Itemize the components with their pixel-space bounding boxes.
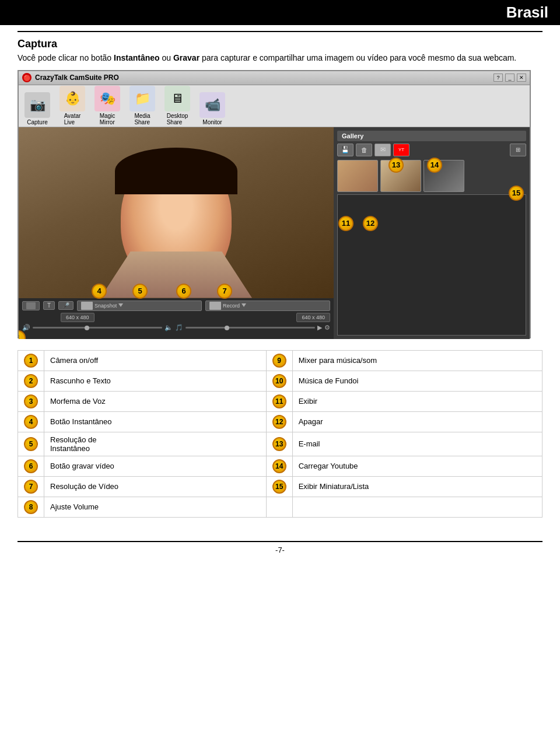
delete-gallery-btn[interactable]: 🗑 [356, 144, 372, 156]
legend-desc-3: Morfema de Voz [44, 391, 267, 411]
toolbar-capture[interactable]: 📷 Capture [24, 92, 50, 125]
app-title: CrazyTalk CamSuite PRO [35, 74, 494, 82]
table-row: 7 Resolução de Vídeo 15 Exibir Miniatura… [18, 476, 542, 497]
magic-label: MagicMirror [100, 113, 116, 125]
gallery-main [337, 194, 526, 336]
legend-desc-8: Ajuste Volume [44, 497, 267, 517]
window-controls[interactable]: ? _ ✕ [494, 74, 526, 82]
monitor-label: Monitor [202, 119, 222, 125]
snapshot-icon [81, 302, 93, 310]
section-title: Captura [18, 38, 542, 50]
screenshot-wrapper: 🔴 CrazyTalk CamSuite PRO ? _ ✕ 📷 Capture… [18, 70, 542, 338]
ctrl-row-3: 🔊 🔈 🎵 ▶ ⚙ [22, 324, 330, 332]
voice-btn[interactable]: 🎤 [58, 301, 74, 310]
record-resolution-btn[interactable]: 640 x 480 [296, 313, 330, 322]
legend-num-1: 1 [24, 354, 38, 368]
toolbar-avatar[interactable]: 👶 AvatarLive [60, 86, 85, 125]
legend-desc-15: Exibir Miniatura/Lista [292, 476, 542, 497]
toolbar-media[interactable]: 📁 MediaShare [130, 86, 155, 125]
legend-desc-6: Botão gravar vídeo [44, 456, 267, 476]
header-bar: Brasil [0, 0, 560, 25]
record-btn[interactable]: Record [205, 301, 330, 311]
webcam-face [19, 127, 334, 298]
save-gallery-btn[interactable]: 💾 [337, 144, 354, 156]
snapshot-btn[interactable]: Snapshot [77, 301, 202, 311]
music-slider[interactable] [186, 327, 315, 329]
title-bar: 🔴 CrazyTalk CamSuite PRO ? _ ✕ [19, 71, 530, 85]
media-icon: 📁 [130, 86, 155, 111]
record-icon [209, 302, 221, 310]
monitor-icon: 📹 [200, 92, 225, 118]
legend-num-6: 6 [24, 459, 38, 473]
avatar-label: AvatarLive [64, 113, 81, 125]
volume-slider[interactable] [33, 327, 162, 329]
legend-num-10: 10 [272, 374, 286, 388]
callout-13: 13 [388, 158, 404, 173]
legend-num-4: 4 [24, 415, 38, 429]
gallery-view-btn[interactable]: ⊞ [510, 144, 526, 156]
legend-table: 1 Câmera on/off 9 Mixer para música/som … [18, 350, 542, 518]
record-dropdown[interactable] [242, 303, 246, 308]
legend-num-7: 7 [24, 480, 38, 494]
legend-num-11: 11 [272, 394, 286, 408]
gallery-thumb-woman[interactable] [337, 160, 378, 192]
email-gallery-btn[interactable]: ✉ [374, 144, 391, 156]
voice-icon: 🎤 [62, 302, 69, 309]
country-label: Brasil [506, 4, 548, 21]
legend-desc-4: Botão Instantâneo [44, 411, 267, 432]
section-desc: Você pode clicar no botão Instantâneo ou… [18, 53, 542, 64]
capture-label: Capture [27, 119, 48, 125]
gallery-panel: Gallery 💾 🗑 ✉ YT ⊞ [334, 127, 530, 339]
toolbar-desktop[interactable]: 🖥 DesktopShare [164, 86, 190, 125]
legend-desc-9: Mixer para música/som [292, 350, 542, 371]
app-logo: 🔴 [22, 73, 32, 82]
snapshot-label: Snapshot [94, 303, 117, 309]
legend-desc-14: Carregar Youtube [292, 456, 542, 476]
ctrl-row-1: T 🎤 Snapshot [22, 301, 330, 311]
camera-icon [26, 302, 36, 309]
music-icon: 🎵 [175, 324, 183, 331]
snapshot-resolution-btn[interactable]: 640 x 480 [61, 313, 94, 322]
table-row: 2 Rascunho e Texto 10 Música de Fundoi [18, 371, 542, 391]
legend-num-5: 5 [24, 437, 38, 451]
legend-desc-2: Rascunho e Texto [44, 371, 267, 391]
camera-onoff-btn[interactable] [22, 301, 40, 310]
webcam-view: T 🎤 Snapshot [19, 127, 334, 339]
sketch-text-btn[interactable]: T [43, 301, 55, 310]
callout-12: 12 [363, 216, 378, 231]
table-row: 8 Ajuste Volume [18, 497, 542, 517]
music-btn[interactable]: ▶ [317, 324, 322, 331]
toolbar: 📷 Capture 👶 AvatarLive 🎭 MagicMirror 📁 M… [19, 85, 530, 127]
legend-num-9: 9 [272, 354, 286, 368]
legend-num-14: 14 [272, 459, 286, 473]
main-content: Captura Você pode clicar no botão Instan… [0, 32, 560, 541]
table-row: 5 Resolução deInstantâneo 13 E-mail [18, 432, 542, 456]
t-icon: T [47, 302, 51, 309]
legend-desc-10: Música de Fundoi [292, 371, 542, 391]
legend-num-2: 2 [24, 374, 38, 388]
youtube-gallery-btn[interactable]: YT [393, 144, 410, 156]
magic-icon: 🎭 [94, 86, 120, 111]
record-label: Record [223, 303, 240, 309]
ctrl-row-2: 640 x 480 640 x 480 [22, 313, 330, 322]
desktop-icon: 🖥 [164, 86, 190, 111]
app-window: 🔴 CrazyTalk CamSuite PRO ? _ ✕ 📷 Capture… [18, 70, 531, 338]
table-row: 3 Morfema de Voz 11 Exibir [18, 391, 542, 411]
footer: -7- [0, 542, 560, 558]
desktop-label: DesktopShare [167, 113, 188, 125]
help-btn[interactable]: ? [494, 74, 503, 82]
settings-icon[interactable]: ⚙ [324, 324, 330, 331]
legend-num-3: 3 [24, 394, 38, 408]
toolbar-monitor[interactable]: 📹 Monitor [200, 92, 225, 125]
legend-desc-5: Resolução deInstantâneo [44, 432, 267, 456]
callout-14: 14 [427, 158, 442, 173]
minimize-btn[interactable]: _ [505, 74, 514, 82]
legend-num-8: 8 [24, 500, 38, 514]
toolbar-magic[interactable]: 🎭 MagicMirror [94, 86, 120, 125]
vol-max-icon: 🔈 [164, 324, 173, 331]
callout-11: 11 [338, 216, 354, 231]
snapshot-dropdown[interactable] [118, 303, 123, 308]
avatar-icon: 👶 [60, 86, 85, 111]
table-row: 4 Botão Instantâneo 12 Apagar [18, 411, 542, 432]
close-btn[interactable]: ✕ [517, 74, 526, 82]
